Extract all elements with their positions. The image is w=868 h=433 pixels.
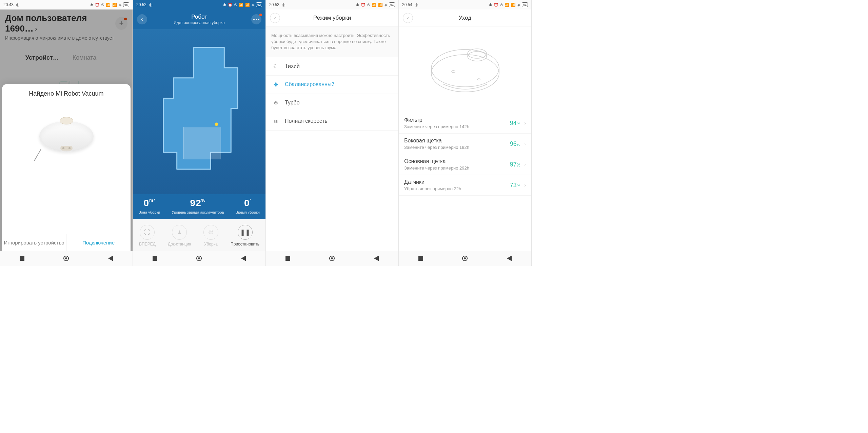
android-nav-bar [399,251,531,266]
clean-button[interactable]: ♲Уборка [203,225,218,247]
instagram-icon: ◎ [415,2,418,7]
status-time: 20:53 [269,2,279,7]
wifi-icon: ◈ [384,3,387,7]
nav-home-button[interactable] [462,256,468,261]
back-button[interactable]: ‹ [137,14,147,24]
nav-recent-button[interactable] [418,256,423,261]
control-bar: ⛶ВПЕРЕД ⏚Док-станция ♲Уборка ❚❚Приостано… [133,219,265,251]
item-side-brush[interactable]: Боковая щеткаЗамените через примерно 192… [399,134,531,154]
vacuum-illustration [36,107,97,162]
moon-icon: ☾ [272,63,279,70]
fan-icon: ✤ [272,81,279,88]
instagram-icon: ◎ [282,2,285,7]
page-title: Режим уборки [280,15,384,21]
instagram-icon: ◎ [16,2,19,7]
dock-button[interactable]: ⏚Док-станция [168,225,191,247]
more-button[interactable] [251,14,261,24]
alarm-icon: ⏰ [361,3,366,7]
stat-area: 0m² Зона уборки [139,198,160,214]
status-bar: 20:53◎ ✱⏰®📶📶◈ 61 [266,0,398,9]
chevron-right-icon: › [524,120,526,126]
back-button[interactable]: ‹ [270,13,280,23]
mode-balanced[interactable]: ✤Сбалансированный [266,76,398,94]
battery-indicator: 61 [522,2,528,7]
stat-battery: 92% Уровень заряда аккумулятора [172,198,224,214]
mode-screen: ‹ Режим уборки Мощность всасывания можно… [266,9,398,251]
signal-icon: 📶 [372,3,376,7]
nav-recent-button[interactable] [285,256,290,261]
android-nav-bar [133,251,265,266]
status-time: 20:52 [136,2,146,7]
wifi-icon: ◈ [517,3,520,7]
mode-turbo[interactable]: ❄Турбо [266,94,398,112]
status-bar: 20:52◎ ✱⏰®📶📶◈ 62 [133,0,265,9]
back-button[interactable]: ‹ [403,13,413,23]
svg-point-5 [431,55,499,92]
nav-back-button[interactable] [374,256,379,261]
android-nav-bar [266,251,398,266]
status-time: 20:43 [3,2,14,7]
nav-recent-button[interactable] [153,256,157,261]
instagram-icon: ◎ [149,2,152,7]
nav-home-button[interactable] [196,256,202,261]
robot-header: ‹ Робот Идет зонированная уборка [133,9,265,29]
r-icon: ® [500,3,503,7]
sheet-title: Найдено Mi Robot Vacuum [2,90,131,97]
snowflake-icon: ❄ [272,100,279,106]
r-icon: ® [367,3,370,7]
screenshot-1-mihome: 20:43◎ ✱ ⏰ ® 📶 📶 ◈ 65 Дом пользователя 1… [0,0,133,266]
svg-point-6 [431,50,499,87]
bluetooth-icon: ✱ [356,3,359,7]
signal-icon-2: 📶 [511,3,516,7]
battery-indicator: 65 [123,2,129,7]
robot-position-icon [215,122,218,126]
status-bar: 20:43◎ ✱ ⏰ ® 📶 📶 ◈ 65 [0,0,133,9]
header: ‹ Уход [399,9,531,26]
nav-back-button[interactable] [507,256,512,261]
mode-full[interactable]: ≋Полная скорость [266,112,398,131]
svg-rect-4 [184,127,221,159]
item-main-brush[interactable]: Основная щеткаЗамените через примерно 29… [399,154,531,175]
signal-icon-2: 📶 [112,3,117,7]
alarm-icon: ⏰ [494,3,498,7]
signal-icon: 📶 [239,3,243,7]
percentage: 96% [510,140,520,147]
item-filter[interactable]: ФильтрЗамените через примерно 142h 94% › [399,113,531,134]
maintenance-list: ФильтрЗамените через примерно 142h 94% ›… [399,113,531,196]
chevron-right-icon: › [524,141,526,146]
nav-back-button[interactable] [241,256,246,261]
dots-icon [253,19,259,20]
robot-screen: ‹ Робот Идет зонированная уборка 0m² Зон… [133,9,265,251]
screenshot-4-maintenance: 20:54◎ ✱⏰®📶📶◈ 61 ‹ Уход [399,0,532,266]
svg-point-10 [477,79,480,80]
expand-icon: ⛶ [140,225,155,240]
cleaning-map[interactable] [133,29,265,194]
signal-icon-2: 📶 [245,3,250,7]
mode-quiet[interactable]: ☾Тихий [266,57,398,76]
nav-home-button[interactable] [63,256,69,261]
nav-recent-button[interactable] [20,256,24,261]
svg-point-8 [468,49,487,58]
battery-indicator: 61 [389,2,395,7]
plug-icon: ⏚ [172,225,187,240]
status-bar: 20:54◎ ✱⏰®📶📶◈ 61 [399,0,531,9]
alarm-icon: ⏰ [228,3,233,7]
chevron-right-icon: › [524,182,526,188]
ignore-device-button[interactable]: Игнорировать устройство [2,234,66,251]
percentage: 97% [510,161,520,168]
connect-button[interactable]: Подключение [66,234,131,251]
forward-button[interactable]: ⛶ВПЕРЕД [139,225,156,247]
nav-home-button[interactable] [329,256,335,261]
page-title: Уход [413,15,517,21]
wifi-icon: ◈ [252,3,254,7]
screenshot-3-cleaning-mode: 20:53◎ ✱⏰®📶📶◈ 61 ‹ Режим уборки Мощность… [266,0,399,266]
signal-icon: 📶 [505,3,509,7]
percentage: 94% [510,120,520,127]
nav-back-button[interactable] [108,256,113,261]
pause-button[interactable]: ❚❚Приостановить [231,225,259,247]
item-sensors[interactable]: ДатчикиУбрать через примерно 22h 73% › [399,175,531,196]
care-screen: ‹ Уход ФильтрЗамените через примерно 14 [399,9,531,251]
alarm-icon: ⏰ [95,3,100,7]
r-icon: ® [101,3,104,7]
stat-time: 0' Время уборки [236,198,260,214]
